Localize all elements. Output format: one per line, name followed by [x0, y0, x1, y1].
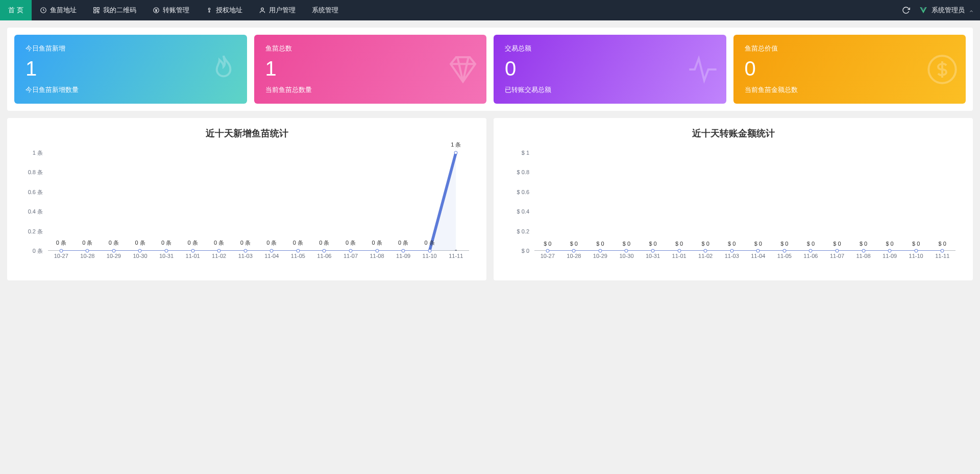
nav-item-6[interactable]: 系统管理	[304, 0, 347, 20]
x-tick: 10-28	[75, 253, 101, 265]
point-label: $ 0	[675, 241, 683, 247]
chart-title: 近十天转账金额统计	[506, 127, 961, 139]
x-tick: 11-10	[903, 253, 929, 265]
point-label: $ 0	[728, 241, 736, 247]
x-tick: 10-28	[561, 253, 587, 265]
flame-icon	[207, 53, 240, 86]
point-label: 0 条	[161, 239, 172, 247]
data-point	[59, 249, 63, 253]
data-point	[86, 249, 89, 253]
x-tick: 11-03	[232, 253, 259, 265]
nav-item-label: 授权地址	[216, 6, 242, 15]
data-point	[270, 249, 274, 253]
point-label: 0 条	[293, 239, 303, 247]
chart-card-0: 近十天新增鱼苗统计0 条0.2 条0.4 条0.6 条0.8 条1 条0 条0 …	[7, 118, 486, 280]
diamond-icon	[447, 53, 479, 86]
x-axis: 10-2710-2810-2910-3010-3111-0111-0211-03…	[534, 253, 955, 265]
top-nav: 首 页鱼苗地址我的二维码转账管理授权地址用户管理系统管理 系统管理员	[0, 0, 980, 20]
svg-rect-1	[93, 8, 95, 10]
nav-item-2[interactable]: 我的二维码	[85, 0, 144, 20]
stat-card-1: 鱼苗总数1当前鱼苗总数量	[254, 35, 487, 104]
svg-point-5	[208, 8, 210, 10]
x-tick: 11-10	[416, 253, 443, 265]
point-label: 0 条	[319, 239, 329, 247]
data-point	[138, 249, 142, 253]
x-tick: 11-04	[259, 253, 285, 265]
y-tick: 0.4 条	[28, 208, 43, 216]
point-label: 0 条	[109, 239, 119, 247]
nav-item-1[interactable]: 鱼苗地址	[32, 0, 85, 20]
x-axis: 10-2710-2810-2910-3010-3111-0111-0211-03…	[48, 253, 469, 265]
point-label: 0 条	[82, 239, 92, 247]
svg-point-6	[261, 8, 263, 10]
chart-area: 0 条0.2 条0.4 条0.6 条0.8 条1 条0 条0 条0 条0 条0 …	[19, 153, 474, 265]
refresh-icon[interactable]	[902, 6, 910, 14]
point-label: $ 0	[649, 241, 656, 247]
x-tick: 11-11	[929, 253, 955, 265]
data-point	[914, 249, 918, 253]
x-tick: 10-30	[127, 253, 154, 265]
y-tick: $ 0.4	[517, 208, 529, 215]
svg-rect-2	[97, 8, 99, 10]
plot-area: $ 0$ 0$ 0$ 0$ 0$ 0$ 0$ 0$ 0$ 0$ 0$ 0$ 0$…	[534, 153, 955, 251]
data-point	[323, 249, 326, 253]
point-label: $ 0	[596, 241, 604, 247]
point-label: $ 0	[807, 241, 815, 247]
point-label: $ 0	[544, 241, 551, 247]
nav-item-label: 我的二维码	[103, 6, 136, 15]
nav-item-4[interactable]: 授权地址	[198, 0, 251, 20]
stat-value: 1	[26, 57, 236, 80]
data-point	[941, 249, 944, 253]
stat-card-0: 今日鱼苗新增1今日鱼苗新增数量	[14, 35, 247, 104]
point-label: $ 0	[570, 241, 578, 247]
data-point	[165, 249, 168, 253]
y-axis: $ 0$ 0.2$ 0.4$ 0.6$ 0.8$ 1	[506, 153, 532, 251]
x-tick: 10-30	[614, 253, 640, 265]
point-label: $ 0	[833, 241, 841, 247]
data-point	[625, 249, 628, 253]
clock-icon	[40, 7, 47, 14]
pulse-icon	[687, 53, 719, 86]
stat-title: 鱼苗总价值	[745, 44, 955, 53]
stat-card-3: 鱼苗总价值0当前鱼苗金额总数	[733, 35, 966, 104]
point-label: 0 条	[56, 239, 66, 247]
nav-item-label: 用户管理	[269, 6, 296, 15]
y-tick: 0.6 条	[28, 188, 43, 196]
point-label: 0 条	[398, 239, 408, 247]
x-tick: 11-01	[180, 253, 206, 265]
data-point	[809, 249, 813, 253]
x-tick: 11-02	[692, 253, 719, 265]
svg-rect-3	[93, 11, 95, 13]
data-point	[546, 249, 549, 253]
data-point	[782, 249, 786, 253]
nav-item-0[interactable]: 首 页	[0, 0, 32, 20]
nav-item-3[interactable]: 转账管理	[144, 0, 198, 20]
x-tick: 11-06	[798, 253, 824, 265]
point-label: $ 0	[754, 241, 762, 247]
chart-card-1: 近十天转账金额统计$ 0$ 0.2$ 0.4$ 0.6$ 0.8$ 1$ 0$ …	[494, 118, 973, 280]
user-menu[interactable]: 系统管理员	[919, 6, 974, 15]
x-tick: 11-07	[337, 253, 364, 265]
x-tick: 11-04	[745, 253, 772, 265]
y-tick: 0.2 条	[28, 227, 43, 235]
nav-item-label: 鱼苗地址	[50, 6, 77, 15]
x-tick: 11-09	[876, 253, 903, 265]
data-point	[428, 249, 431, 253]
stat-desc: 当前鱼苗总数量	[265, 85, 476, 94]
data-point	[756, 249, 760, 253]
x-tick: 11-08	[364, 253, 390, 265]
stat-desc: 已转账交易总额	[505, 85, 715, 94]
nav-item-5[interactable]: 用户管理	[251, 0, 304, 20]
x-tick: 11-02	[206, 253, 232, 265]
nav-left: 首 页鱼苗地址我的二维码转账管理授权地址用户管理系统管理	[0, 0, 347, 20]
chart-area: $ 0$ 0.2$ 0.4$ 0.6$ 0.8$ 1$ 0$ 0$ 0$ 0$ …	[506, 153, 961, 265]
user-label: 系统管理员	[932, 6, 965, 15]
qrcode-icon	[93, 7, 100, 14]
point-label: $ 0	[886, 241, 893, 247]
data-point	[454, 151, 458, 155]
stat-value: 0	[505, 57, 715, 80]
chevron-up-icon	[969, 8, 974, 13]
stats-row: 今日鱼苗新增1今日鱼苗新增数量鱼苗总数1当前鱼苗总数量交易总额0已转账交易总额鱼…	[7, 28, 973, 111]
y-tick: 1 条	[33, 149, 43, 157]
nav-item-label: 系统管理	[312, 6, 338, 15]
